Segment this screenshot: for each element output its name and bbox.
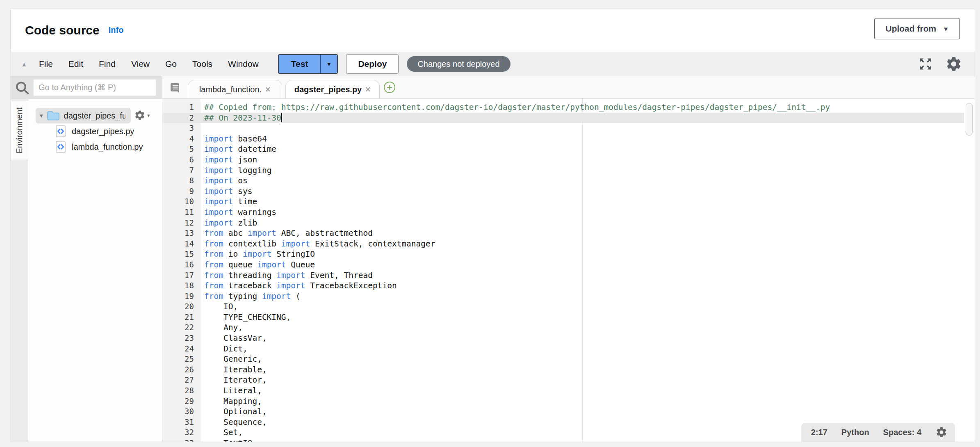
code-line-27[interactable]: 27 Iterator, xyxy=(162,375,964,385)
code-line-26[interactable]: 26 Iterable, xyxy=(162,365,964,375)
code-line-12[interactable]: 12import zlib xyxy=(162,218,964,228)
tab-lambda-function[interactable]: lambda_function. × xyxy=(188,80,282,98)
deploy-button-label: Deploy xyxy=(358,59,387,69)
collapse-panel-icon[interactable]: ▲ xyxy=(17,61,31,68)
code-line-28[interactable]: 28 Literal, xyxy=(162,385,964,396)
test-button-label: Test xyxy=(291,59,308,69)
tree-folder-row[interactable]: ▾ dagster_pipes_funct xyxy=(36,108,131,123)
code-editor[interactable]: 1## Copied from: https://raw.githubuserc… xyxy=(162,99,975,442)
plus-icon: + xyxy=(387,82,392,92)
go-to-anything-input[interactable] xyxy=(33,79,156,96)
menu-item-window[interactable]: Window xyxy=(220,59,267,69)
new-tab-button[interactable]: + xyxy=(384,82,395,93)
code-text: Sequence, xyxy=(201,417,267,428)
tab-label: dagster_pipes.py xyxy=(294,85,362,94)
code-line-8[interactable]: 8import os xyxy=(162,176,964,186)
code-line-29[interactable]: 29 Mapping, xyxy=(162,396,964,407)
tab-list-icon[interactable] xyxy=(169,82,182,94)
line-number: 15 xyxy=(162,249,201,260)
code-text: from queue import Queue xyxy=(201,260,315,270)
python-file-icon xyxy=(55,125,66,137)
close-icon[interactable]: × xyxy=(365,84,371,94)
line-number: 8 xyxy=(162,176,201,186)
indentation-setting[interactable]: Spaces: 4 xyxy=(883,428,921,437)
line-number: 17 xyxy=(162,270,201,281)
code-line-3[interactable]: 3 xyxy=(162,123,964,134)
code-line-18[interactable]: 18from traceback import TracebackExcepti… xyxy=(162,281,964,291)
code-line-10[interactable]: 10import time xyxy=(162,196,964,207)
test-options-button[interactable]: ▼ xyxy=(320,55,337,73)
tree-expand-caret-icon[interactable]: ▾ xyxy=(40,112,43,119)
code-line-9[interactable]: 9import sys xyxy=(162,186,964,197)
python-file-icon xyxy=(55,141,66,153)
menu-item-edit[interactable]: Edit xyxy=(61,59,91,69)
gear-icon[interactable] xyxy=(945,55,962,73)
line-number: 13 xyxy=(162,228,201,239)
code-line-14[interactable]: 14from contextlib import ExitStack, cont… xyxy=(162,239,964,249)
code-line-2[interactable]: 2## On 2023-11-30 xyxy=(162,113,964,123)
environment-tab[interactable]: Environment xyxy=(11,101,28,160)
info-link[interactable]: Info xyxy=(109,25,124,35)
tree-file-dagster-pipes[interactable]: dagster_pipes.py xyxy=(55,123,134,139)
panel-header: Code source Info Upload from ▼ xyxy=(11,9,975,52)
page-title: Code source xyxy=(25,23,100,37)
sidebar-rail: Environment xyxy=(11,99,28,442)
code-line-5[interactable]: 5import datetime xyxy=(162,144,964,155)
gear-icon[interactable] xyxy=(935,426,948,438)
code-text: from contextlib import ExitStack, contex… xyxy=(201,239,435,249)
upload-from-button[interactable]: Upload from ▼ xyxy=(874,18,960,39)
code-line-11[interactable]: 11import warnings xyxy=(162,207,964,218)
code-line-1[interactable]: 1## Copied from: https://raw.githubuserc… xyxy=(162,102,964,113)
code-line-16[interactable]: 16from queue import Queue xyxy=(162,260,964,270)
line-number: 33 xyxy=(162,438,201,442)
syntax-mode[interactable]: Python xyxy=(841,428,869,437)
line-number: 30 xyxy=(162,406,201,417)
code-line-25[interactable]: 25 Generic, xyxy=(162,354,964,365)
line-number: 5 xyxy=(162,144,201,155)
code-line-23[interactable]: 23 ClassVar, xyxy=(162,333,964,344)
tree-file-lambda-function[interactable]: lambda_function.py xyxy=(55,139,143,155)
code-text: Any, xyxy=(201,322,243,333)
code-text: import json xyxy=(201,155,257,165)
code-line-24[interactable]: 24 Dict, xyxy=(162,344,964,354)
cursor-position[interactable]: 2:17 xyxy=(811,428,827,437)
line-number: 31 xyxy=(162,417,201,428)
file-label: dagster_pipes.py xyxy=(72,127,134,136)
code-line-4[interactable]: 4import base64 xyxy=(162,134,964,144)
vertical-scrollbar[interactable] xyxy=(966,103,973,136)
menu-item-file[interactable]: File xyxy=(31,59,61,69)
code-line-7[interactable]: 7import logging xyxy=(162,165,964,176)
test-button[interactable]: Test xyxy=(279,55,321,73)
code-line-20[interactable]: 20 IO, xyxy=(162,301,964,312)
code-text: import warnings xyxy=(201,207,276,218)
menu-item-go[interactable]: Go xyxy=(157,59,185,69)
menu-item-tools[interactable]: Tools xyxy=(185,59,220,69)
code-text: IO, xyxy=(201,301,238,312)
tree-settings-button[interactable]: ▾ xyxy=(134,109,150,121)
code-line-13[interactable]: 13from abc import ABC, abstractmethod xyxy=(162,228,964,239)
code-line-17[interactable]: 17from threading import Event, Thread xyxy=(162,270,964,281)
code-line-19[interactable]: 19from typing import ( xyxy=(162,291,964,302)
chevron-down-icon: ▾ xyxy=(147,112,150,119)
editor-tabbar: lambda_function. × dagster_pipes.py × + xyxy=(162,76,975,99)
code-text: ## On 2023-11-30 xyxy=(201,113,282,123)
line-number: 16 xyxy=(162,260,201,270)
close-icon[interactable]: × xyxy=(265,84,271,94)
code-line-15[interactable]: 15from io import StringIO xyxy=(162,249,964,260)
line-number: 20 xyxy=(162,301,201,312)
badge-label: Changes not deployed xyxy=(417,59,499,69)
code-line-21[interactable]: 21 TYPE_CHECKING, xyxy=(162,312,964,323)
code-text: import sys xyxy=(201,186,252,197)
code-text: TextIO xyxy=(201,438,252,442)
tab-dagster-pipes[interactable]: dagster_pipes.py × xyxy=(285,80,380,98)
code-line-6[interactable]: 6import json xyxy=(162,155,964,165)
code-line-22[interactable]: 22 Any, xyxy=(162,322,964,333)
line-number: 25 xyxy=(162,354,201,365)
menu-item-view[interactable]: View xyxy=(123,59,157,69)
menu-item-find[interactable]: Find xyxy=(91,59,123,69)
code-text: ## Copied from: https://raw.githubuserco… xyxy=(201,102,830,113)
code-line-30[interactable]: 30 Optional, xyxy=(162,406,964,417)
fullscreen-expand-icon[interactable] xyxy=(918,57,933,71)
deploy-button[interactable]: Deploy xyxy=(346,54,399,74)
code-text: import datetime xyxy=(201,144,276,155)
